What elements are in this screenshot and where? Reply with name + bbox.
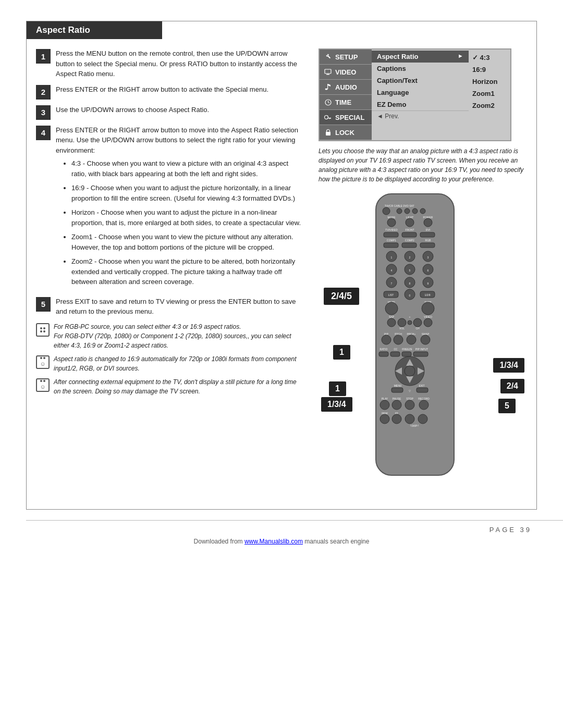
svg-point-19 bbox=[420, 208, 425, 214]
svg-point-113 bbox=[380, 414, 389, 424]
svg-rect-35 bbox=[384, 243, 398, 248]
svg-text:7: 7 bbox=[391, 282, 393, 285]
svg-rect-0 bbox=[325, 69, 331, 73]
osd-sub-list: Aspect Ratio ► Captions Caption/Text Lan… bbox=[372, 50, 469, 140]
svg-text:└SKIP┘: └SKIP┘ bbox=[410, 424, 419, 427]
step-5-row: 5 Press EXIT to save and return to TV vi… bbox=[36, 297, 303, 317]
remote-label-5-right: 5 bbox=[498, 399, 516, 413]
svg-rect-3 bbox=[327, 84, 328, 89]
step-2-text: Press ENTER or the RIGHT arrow button to… bbox=[56, 84, 268, 95]
svg-point-81 bbox=[394, 335, 403, 344]
note-3-row: ☺ After connecting external equipment to… bbox=[36, 377, 303, 396]
step-3-row: 3 Use the UP/DOWN arrows to choose Aspec… bbox=[36, 105, 303, 120]
osd-special-label: SPECIAL bbox=[335, 114, 364, 121]
svg-text:6: 6 bbox=[427, 269, 429, 272]
osd-val-zoom2: Zoom2 bbox=[471, 100, 508, 112]
step-1-num: 1 bbox=[36, 49, 51, 64]
svg-point-80 bbox=[382, 335, 391, 344]
svg-point-18 bbox=[412, 208, 418, 214]
svg-text:FRONT: FRONT bbox=[405, 228, 414, 231]
svg-point-108 bbox=[392, 400, 401, 410]
svg-text:COMP1: COMP1 bbox=[387, 239, 396, 242]
osd-item-special: SPECIAL bbox=[320, 110, 372, 125]
note-icon bbox=[323, 82, 333, 92]
note-2-row: ☺ Aspect ratio is changed to 16:9 automa… bbox=[36, 354, 303, 373]
osd-time-label: TIME bbox=[335, 98, 351, 106]
svg-text:9: 9 bbox=[427, 282, 429, 285]
svg-point-72 bbox=[413, 318, 422, 327]
osd-sub-aspect-ratio: Aspect Ratio ► bbox=[372, 51, 469, 63]
svg-point-83 bbox=[421, 335, 430, 344]
svg-text:MENU: MENU bbox=[394, 384, 402, 387]
manualslib-link[interactable]: www.Manualslib.com bbox=[244, 538, 303, 545]
note-1-row: For RGB-PC source, you can select either… bbox=[36, 322, 303, 350]
svg-rect-102 bbox=[417, 388, 428, 392]
osd-sub-captions: Captions bbox=[372, 63, 469, 75]
svg-text:CH: CH bbox=[415, 327, 420, 330]
remote-svg: TV VCR CABLE DVD SAT MODE LIGHT POWER bbox=[360, 191, 470, 483]
svg-text:+: + bbox=[409, 315, 411, 318]
osd-sub-caption-text: Caption/Text bbox=[372, 75, 469, 87]
step-1-text: Press the MENU button on the remote cont… bbox=[56, 48, 303, 79]
svg-text:5: 5 bbox=[409, 269, 411, 272]
step-3-text: Use the UP/DOWN arrows to choose Aspect … bbox=[56, 105, 209, 115]
svg-text:1/2/9: 1/2/9 bbox=[424, 293, 430, 297]
svg-text:FREEZE: FREEZE bbox=[402, 348, 412, 351]
svg-text:EXIT: EXIT bbox=[419, 384, 424, 387]
osd-video-label: VIDEO bbox=[335, 68, 356, 76]
step-5-num: 5 bbox=[36, 297, 51, 312]
osd-audio-label: AUDIO bbox=[335, 83, 357, 91]
osd-val-horizon: Horizon bbox=[471, 76, 508, 88]
remote-label-134-right: 1/3/4 bbox=[493, 358, 524, 373]
svg-point-23 bbox=[387, 218, 396, 227]
svg-point-65 bbox=[422, 302, 434, 315]
step-4-text: Press ENTER or the RIGHT arrow button to… bbox=[56, 125, 303, 291]
svg-text:0: 0 bbox=[409, 294, 411, 297]
bullet-5: Zoom2 - Choose when you want the picture… bbox=[71, 256, 303, 287]
svg-point-97 bbox=[405, 366, 415, 376]
note-2-text: Aspect ratio is changed to 16:9 automati… bbox=[54, 354, 303, 373]
step-2-row: 2 Press ENTER or the RIGHT arrow button … bbox=[36, 84, 303, 100]
bullet-3: Horizon - Choose when you want to adjust… bbox=[71, 207, 303, 228]
svg-text:3: 3 bbox=[427, 256, 429, 259]
svg-point-73 bbox=[424, 318, 432, 327]
svg-text:▽: ▽ bbox=[409, 389, 411, 392]
svg-text:SAP: SAP bbox=[389, 315, 395, 318]
svg-line-6 bbox=[328, 102, 329, 103]
svg-point-25 bbox=[424, 218, 432, 227]
svg-text:4: 4 bbox=[391, 269, 393, 272]
content-area: 1 Press the MENU button on the remote co… bbox=[27, 39, 536, 493]
svg-text:COMP2: COMP2 bbox=[405, 239, 414, 242]
svg-rect-11 bbox=[326, 132, 331, 135]
osd-item-video: VIDEO bbox=[320, 65, 372, 80]
svg-text:PLAY: PLAY bbox=[382, 397, 388, 400]
osd-item-time: TIME bbox=[320, 95, 372, 110]
osd-item-audio: AUDIO bbox=[320, 80, 372, 95]
osd-right-panel: Aspect Ratio ► Captions Caption/Text Lan… bbox=[372, 50, 510, 140]
osd-lock-label: LOCK bbox=[335, 129, 354, 137]
svg-point-14 bbox=[383, 207, 390, 215]
svg-rect-37 bbox=[420, 243, 435, 248]
svg-rect-31 bbox=[420, 232, 435, 237]
svg-point-109 bbox=[405, 400, 414, 410]
wrench-icon bbox=[323, 52, 333, 61]
svg-text:8: 8 bbox=[409, 282, 411, 285]
note-1-text: For RGB-PC source, you can select either… bbox=[54, 322, 303, 350]
page-number: PAGE 39 bbox=[489, 526, 532, 534]
svg-point-69 bbox=[387, 318, 396, 327]
svg-text:PAUSE: PAUSE bbox=[393, 397, 401, 400]
svg-rect-89 bbox=[390, 352, 400, 356]
svg-point-2 bbox=[325, 89, 328, 90]
page-footer: PAGE 39 bbox=[0, 521, 563, 534]
remote-label-24-right: 2/4 bbox=[500, 379, 524, 393]
svg-point-116 bbox=[418, 414, 427, 424]
svg-text:VIDEO: VIDEO bbox=[424, 315, 432, 318]
osd-sub-language: Language bbox=[372, 87, 469, 98]
svg-text:2: 2 bbox=[409, 256, 411, 259]
osd-item-lock: LOCK bbox=[320, 125, 372, 140]
lock-icon bbox=[323, 128, 333, 137]
svg-text:RECORD: RECORD bbox=[418, 397, 430, 400]
svg-text:VOL: VOL bbox=[399, 327, 405, 330]
svg-text:PIP INPUT: PIP INPUT bbox=[415, 348, 428, 351]
step-4-row: 4 Press ENTER or the RIGHT arrow button … bbox=[36, 125, 303, 291]
